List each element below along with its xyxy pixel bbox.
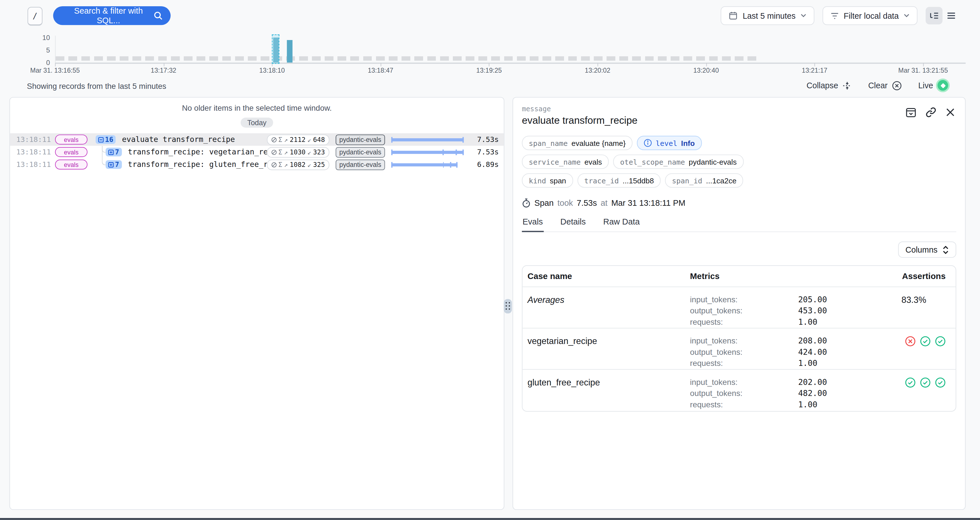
attribute-pill-span_name[interactable]: span_nameevaluate {name}	[522, 136, 632, 150]
attribute-pill-level[interactable]: levelInfo	[637, 136, 702, 150]
attribute-key: level	[655, 139, 677, 147]
metric-value: 1.00	[798, 359, 818, 368]
chart-y-tick-label: 0	[36, 59, 50, 66]
chart-x-tick-label: 13:21:17	[802, 66, 827, 74]
metric-value: 202.00	[798, 377, 827, 387]
metric-value: 205.00	[798, 295, 827, 304]
trace-row[interactable]: 13:18:11evals7transform_recipe: vegetari…	[10, 146, 504, 158]
metric-label: requests:	[690, 400, 798, 409]
record-kind-label: message	[522, 105, 956, 113]
clear-button[interactable]: Clear	[868, 80, 902, 90]
showing-records-text: Showing records from the last 5 minutes	[27, 82, 167, 91]
trace-row-meta: Σ↗1082↙325pydantic-evals6.89s	[267, 159, 504, 170]
timing-span-word: Span	[535, 198, 554, 208]
chart-x-tick-label: 13:17:32	[151, 66, 177, 74]
metric-line: input_tokens:208.00	[690, 336, 864, 348]
tree-view-toggle[interactable]	[926, 7, 943, 24]
search-icon	[154, 11, 162, 20]
expand-children-toggle[interactable]: 7	[105, 148, 121, 156]
collapse-children-toggle[interactable]: 16	[95, 135, 116, 144]
span-name-text: transform_recipe: vegetarian_recipe	[128, 148, 267, 156]
chart-x-tick-label: 13:18:10	[259, 66, 285, 74]
live-toggle[interactable]: Live	[918, 80, 948, 91]
chart-x-tick-mark	[164, 63, 164, 66]
copy-link-icon[interactable]	[926, 107, 936, 118]
duration-bar	[391, 137, 464, 142]
info-icon	[644, 139, 652, 147]
filter-local-data-dropdown[interactable]: Filter local data	[822, 6, 917, 25]
live-indicator-icon	[937, 80, 948, 91]
duration-bar	[391, 162, 464, 167]
tab-details[interactable]: Details	[560, 217, 586, 231]
tree-connector-line	[102, 146, 106, 165]
calendar-icon	[729, 11, 738, 20]
attribute-pill-trace_id[interactable]: trace_id...15ddb8	[578, 174, 661, 188]
collapse-label: Collapse	[807, 81, 838, 90]
timeline-bar[interactable]	[287, 40, 292, 62]
metric-label: requests:	[690, 317, 798, 326]
chart-x-tick-mark	[923, 63, 924, 66]
attribute-pill-service_name[interactable]: service_nameevals	[522, 155, 609, 169]
span-title: evaluate transform_recipe	[522, 115, 956, 127]
timing-duration: 7.53s	[577, 198, 597, 208]
chart-x-tick-mark	[706, 63, 706, 66]
case-metrics: input_tokens:202.00output_tokens:482.00r…	[690, 377, 864, 411]
expand-children-toggle[interactable]: 7	[105, 160, 121, 169]
clear-label: Clear	[868, 81, 888, 90]
chart-plot-area[interactable]: Mar 31. 13:16:5513:17:3213:18:1013:18:47…	[55, 31, 966, 78]
tab-evals[interactable]: Evals	[522, 217, 543, 232]
search-button[interactable]: Search & filter with SQL...	[53, 6, 170, 25]
case-metrics: input_tokens:205.00output_tokens:453.00r…	[690, 295, 864, 328]
chart-x-tick-label: Mar 31. 13:21:55	[898, 66, 948, 74]
search-shortcut-key: /	[27, 7, 43, 26]
attribute-pill-otel_scope_name[interactable]: otel_scope_namepydantic-evals	[613, 155, 743, 169]
list-view-toggle[interactable]	[943, 7, 959, 24]
case-assertions	[864, 377, 946, 411]
timing-took-word: took	[557, 198, 573, 208]
collapse-all-button[interactable]: Collapse	[807, 81, 852, 90]
metric-line: input_tokens:202.00	[690, 377, 864, 389]
attribute-key: service_name	[529, 157, 581, 166]
sort-chevrons-icon	[943, 246, 949, 254]
attribute-key: span_id	[672, 176, 702, 185]
metric-label: output_tokens:	[690, 389, 798, 398]
trace-row-meta: Σ↗2112↙648pydantic-evals7.53s	[267, 134, 504, 145]
metric-label: input_tokens:	[690, 336, 798, 345]
chart-x-tick-label: 13:20:40	[693, 66, 719, 74]
span-attribute-pills: span_nameevaluate {name}levelInfoservice…	[522, 136, 748, 188]
close-panel-icon[interactable]	[946, 107, 955, 118]
metric-value: 1.00	[798, 317, 818, 326]
time-range-label: Last 5 minutes	[743, 11, 795, 21]
table-toolbar: Columns	[522, 242, 956, 258]
trace-rows: 13:18:11evals16evaluate transform_recipe…	[10, 133, 504, 171]
trace-row[interactable]: 13:18:11evals16evaluate transform_recipe…	[10, 133, 504, 146]
panel-resize-handle[interactable]	[504, 299, 512, 314]
view-mode-segmented-control	[926, 7, 959, 24]
token-usage-chip: Σ↗1030↙323	[267, 147, 329, 157]
dock-panel-icon[interactable]	[906, 107, 916, 118]
span-name-text: evaluate transform_recipe	[122, 135, 267, 144]
detail-tabs: EvalsDetailsRaw Data	[522, 217, 956, 232]
trace-timestamp: 13:18:11	[16, 160, 47, 169]
attribute-pill-kind[interactable]: kindspan	[522, 174, 573, 188]
duration-text: 6.89s	[470, 160, 498, 169]
attribute-pill-span_id[interactable]: span_id...1ca2ce	[665, 174, 743, 188]
columns-button[interactable]: Columns	[898, 242, 956, 258]
tab-raw-data[interactable]: Raw Data	[603, 217, 640, 231]
time-range-dropdown[interactable]: Last 5 minutes	[721, 6, 815, 25]
evals-tag-badge: evals	[55, 160, 88, 169]
assertion-pass-icon	[920, 336, 931, 346]
scope-tag: pydantic-evals	[336, 147, 385, 157]
chart-y-tick-label: 10	[36, 34, 50, 41]
attribute-key: kind	[529, 176, 546, 185]
columns-label: Columns	[905, 245, 937, 254]
assertions-percentage: 83.3%	[902, 295, 926, 305]
case-assertions	[864, 336, 946, 369]
evals-tag-badge: evals	[55, 147, 88, 157]
trace-row[interactable]: 13:18:11evals7transform_recipe: gluten_f…	[10, 158, 504, 171]
span-timing-line: Span took 7.53s at Mar 31 13:18:11 PM	[522, 198, 956, 208]
attribute-value: ...1ca2ce	[706, 176, 737, 185]
timing-at-word: at	[601, 198, 608, 208]
attribute-value: pydantic-evals	[689, 157, 737, 166]
metric-line: requests:1.00	[690, 317, 864, 329]
